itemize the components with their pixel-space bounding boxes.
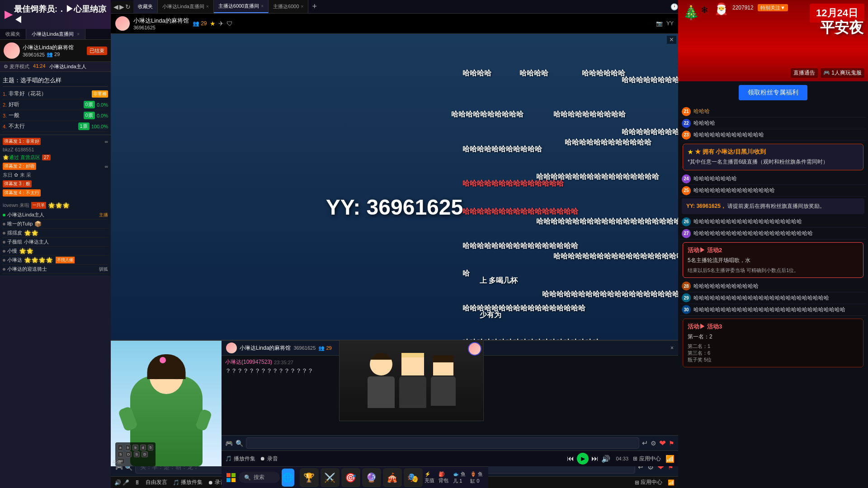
rni-text-29: 哈哈哈哈哈哈哈哈哈哈哈哈哈哈哈哈哈哈哈哈哈哈哈哈哈 [693,294,829,302]
right-item-21: 21 哈哈哈 [680,106,866,117]
prev-btn[interactable]: ⏮ [567,455,574,463]
user-dot-7 [3,268,5,271]
browser-tab-3[interactable]: 主播达6000直播间 × [214,0,269,13]
danmaku-16: 哈哈哈哈哈哈哈哈哈哈哈哈哈哈哈哈哈哈哈哈 [553,252,678,261]
second-search-icon[interactable]: 🔍 [236,440,243,447]
bottle-count: 0 [476,478,479,483]
right-item-26: 26 哈哈哈哈哈哈哈哈哈哈哈哈哈哈哈哈哈哈哈哈 [680,216,866,228]
search-bar[interactable]: 🔍 搜索 [239,472,280,483]
爽玩-badge: 🎮 1人爽玩鬼服 [821,68,864,78]
game-icons: 🏆 ⚔️ 🎯 🔮 🎪 🎭 [300,468,423,487]
mic-btn[interactable]: 🔊 🎤 [114,479,129,486]
tab-label-2: 小琳达Linda直播间 [32,31,74,37]
next-btn[interactable]: ⏭ [591,455,599,463]
star-icon[interactable]: ★ [210,20,216,27]
app-center-btn-2[interactable]: ⊞ 应用中心 [633,455,661,463]
game-icon-1[interactable]: 🏆 [300,468,319,487]
bullet-item-3: 弹幕发 3：般 [3,179,108,188]
game-icon-3[interactable]: 🎯 [341,468,360,487]
browser-tab-2[interactable]: 小琳达Linda直播间 × [158,0,214,13]
person1-body [368,376,395,408]
second-stream-panel: a b b d 5 S D S D W [111,340,678,466]
second-report-icon[interactable]: ⚑ [669,440,675,447]
special-follow-btn[interactable]: 特别关注▼ [758,5,788,11]
second-emoji-icon[interactable]: 🎮 [225,440,233,447]
bullet-item-4: 弹幕发 4：不太行 [3,188,108,197]
second-send-icon[interactable]: ↵ [642,439,648,447]
music-btn[interactable]: 🎵 播放件集 [173,479,203,486]
browser-tab-4[interactable]: 主播达6000 × [269,0,308,13]
tab-item-2[interactable]: 小琳达Linda直播间 × [26,29,85,39]
rni-num-30: 30 [682,305,691,314]
top-banner: ▶ 最佳饲养员:．▶心里纳凉◀ [0,0,111,29]
charge-label: 充值 [425,478,434,483]
svg-rect-2 [226,478,231,482]
start-button[interactable] [225,469,237,486]
user-dot-5 [3,250,5,253]
shield-icon[interactable]: 🛡 [226,20,233,27]
mic-adjust-icon: 🎚 [135,479,140,486]
activity-card-3: 活动▶ 活动3 第一名：2 第二名：1 第三名：6 瓶子奖 5位 [683,319,863,367]
second-stream-close[interactable]: × [670,345,674,351]
danmaku-1: 哈哈哈哈 [462,69,491,78]
free-mic-btn[interactable]: 自由发言 [146,479,167,486]
new-tab-btn[interactable]: + [308,0,321,13]
game-icon-5[interactable]: 🎪 [383,468,402,487]
streamer-name: 小琳达Linda的麻将馆 [23,44,74,52]
activity-title-1: ★ ★ 拥有 小琳达/目黑川/收到 [688,148,859,156]
forward-icon[interactable]: ▶ [119,3,124,10]
system-tray: ⚡ 充值 🎒 背包 🐟 鱼儿 1 🏺 鱼缸 0 [425,471,485,484]
user-item-3: 揺揺皮 🌟🌟 [3,229,108,238]
direct-msg-btn[interactable]: 直播通告 [791,68,818,78]
second-heart-icon[interactable]: ❤ [659,438,666,448]
tab-item-1[interactable]: 收藏夹 [0,29,26,39]
clock-icon[interactable]: 🕐 [670,3,678,10]
stream-nav: ◀ ▶ ↻ 收藏夹 小琳达Linda直播间 × 主播达6000直播间 × 主播 [111,0,678,14]
plane-icon[interactable]: ✈ [218,20,224,27]
browser-icon[interactable]: 🌐 [282,469,294,487]
char-hair-pin [160,357,166,363]
charge-btn[interactable]: ⚡ 充值 [425,471,436,484]
mic-adjust-btn[interactable]: 🎚 [135,479,140,486]
vote-panel: 主题：选手唱的怎么样 1. 非常好（花花） 非常棒 2. 好听 0票 0.0% … [0,72,111,135]
game-icon-2[interactable]: ⚔️ [321,468,340,487]
tab4-close[interactable]: × [301,4,304,9]
game-icon-4[interactable]: 🔮 [362,468,381,487]
play-pause-btn[interactable]: ▶ [577,453,589,465]
banner-arrow-left: ▶ [5,9,12,20]
second-chat-toolbar: 🎵 播放件集 ⏺ 录音 ⏮ ▶ ⏭ 🔊 [222,450,678,466]
camera-icon[interactable]: 📷 [656,20,663,27]
app-grid-btn[interactable]: ⊞ 应用中心 [635,479,662,486]
vote-item-3: 3. 一般 0票 0.0% [3,110,108,121]
second-chat-input[interactable] [246,437,639,449]
bullet-meta-2: 东日 ✿ 来 采 [3,171,108,179]
tab3-close[interactable]: × [261,4,264,9]
tab2-close[interactable]: × [206,4,209,9]
second-music-btn[interactable]: 🎵 播放件集 [225,455,255,463]
activity-card-1: ★ ★ 拥有 小琳达/目黑川/收到 *其中任意一名主播晋6级直播（观时和粉丝旗条… [683,144,863,170]
signal-icon-2[interactable]: 📶 [665,455,675,463]
status-badge: 已结束 [87,47,107,55]
signal-btn[interactable]: 📶 [668,479,675,486]
back-icon[interactable]: ◀ [113,3,118,10]
header-icons: 🕐 [670,3,678,10]
volume-ctrl-icon[interactable]: 🔊 [601,455,610,463]
yy-icon[interactable]: YY [666,20,674,27]
refresh-icon[interactable]: ↻ [125,3,131,10]
free-mic-label: 自由发言 [146,479,167,486]
second-record-btn[interactable]: ⏺ 录音 [260,455,278,463]
game-icon-6[interactable]: 🎭 [404,468,423,487]
backpack-btn[interactable]: 🎒 背包 [439,471,450,484]
date-text: 12月24日 [816,7,858,19]
rni-text-27: 哈哈哈哈哈哈哈哈哈哈哈哈哈哈哈哈哈哈哈哈哈哈 [693,230,813,237]
tab-close-2[interactable]: × [77,32,80,37]
browser-tab-1[interactable]: 收藏夹 [133,0,158,13]
second-chat-user-1: 小琳达(109947523) [225,358,272,366]
right-chat: 21 哈哈哈 22 哈哈哈哈 23 哈哈哈哈哈哈哈哈哈哈哈哈哈 ★ ★ 拥有 小… [678,104,868,488]
mic-user: 小琳达Linda主人 [49,63,86,70]
mode-label: ⚙ 麦序模式 [4,63,29,70]
video-close-btn[interactable]: × [667,35,676,44]
douyou-label: 斗鱼 [113,459,122,465]
fan-benefit-btn[interactable]: 领取粉丝专属福利 [739,85,807,100]
second-settings-icon[interactable]: ⚙ [651,440,656,447]
